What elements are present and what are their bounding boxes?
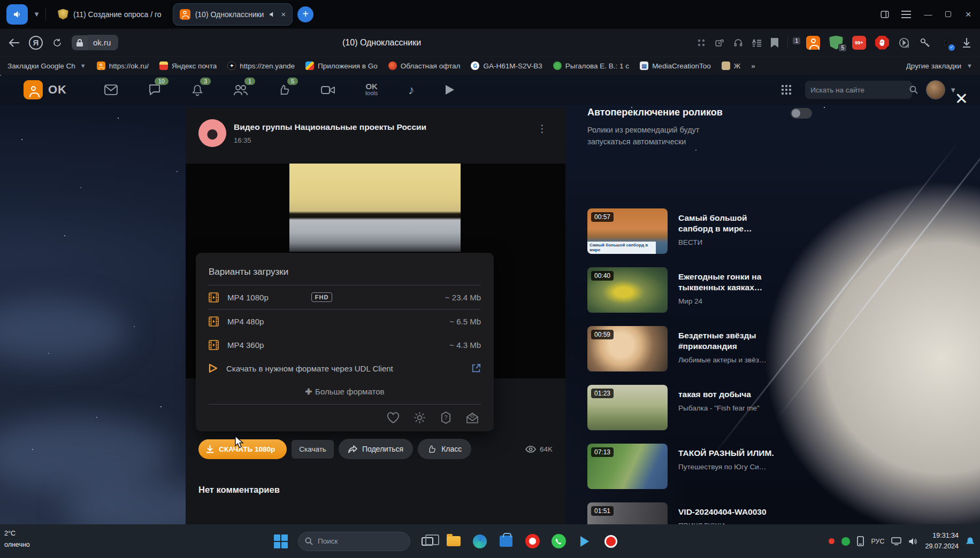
bookmark-icon[interactable] (771, 38, 778, 48)
taskbar-search-input[interactable] (318, 537, 412, 545)
minimize-button[interactable]: — (923, 10, 933, 19)
kebab-menu-icon[interactable]: ⋮ (532, 119, 553, 138)
download-row-360[interactable]: MP4 360p ~ 4.3 Mb (209, 333, 481, 356)
reader-mode-icon[interactable] (752, 38, 762, 47)
reload-icon[interactable] (52, 38, 62, 48)
download-button[interactable]: Скачать (292, 440, 334, 459)
video-title[interactable]: Самый большой сапборд в мире… (678, 213, 780, 234)
key-icon[interactable] (919, 37, 931, 48)
start-button[interactable] (272, 532, 290, 551)
lightbox-close-icon[interactable]: ✕ (955, 91, 968, 107)
video-title[interactable]: ТАКОЙ РАЗНЫЙ ИЛИМ. (678, 448, 774, 459)
external-link-icon[interactable] (471, 363, 481, 373)
extension-shield[interactable]: 5 (829, 36, 843, 50)
video-thumbnail[interactable]: 01:51 (587, 502, 668, 524)
video-thumbnail[interactable]: 07:13 (587, 444, 668, 489)
tab-odnoklassniki[interactable]: (10) Одноклассники × (173, 4, 293, 25)
video-title[interactable]: VID-20240404-WA0030 (678, 507, 767, 517)
music-nav[interactable]: ♪ (408, 83, 415, 97)
video-thumbnail[interactable]: 01:23 (587, 385, 668, 430)
recommended-video[interactable]: 00:59 Бездетные звёзды #приколандия Люби… (587, 326, 812, 371)
bookmark-item[interactable]: ✦ https://zen.yande (227, 61, 295, 70)
video-channel[interactable]: Мир 24 (678, 297, 780, 305)
bookmarks-overflow[interactable]: » (751, 62, 755, 70)
cast-icon[interactable] (891, 537, 901, 545)
edge-button[interactable] (471, 532, 489, 551)
autoplay-toggle[interactable] (791, 108, 812, 119)
taskbar-search[interactable] (298, 532, 410, 551)
play-stats-icon[interactable] (898, 37, 910, 49)
task-view-button[interactable] (418, 532, 437, 551)
volume-icon[interactable] (908, 537, 918, 546)
close-window-button[interactable]: × (963, 9, 974, 20)
media-player-button[interactable] (576, 532, 594, 551)
site-search-input[interactable] (810, 86, 905, 94)
apps-grid-icon[interactable] (782, 85, 791, 95)
whatsapp-button[interactable] (549, 532, 568, 551)
avatar[interactable] (926, 80, 945, 99)
messages-nav[interactable] (104, 84, 118, 95)
share-button[interactable]: Поделиться (339, 439, 413, 459)
oktools-logo[interactable]: OK tools (365, 83, 378, 96)
bookmark-item[interactable]: Областная офтал (388, 61, 461, 70)
notifications-bell-icon[interactable] (966, 537, 975, 546)
usb-device-icon[interactable] (857, 536, 864, 546)
video-thumbnail[interactable]: 00:40 (587, 267, 668, 313)
chevron-down-icon[interactable]: ▼ (33, 10, 40, 18)
discussions-nav[interactable]: 10 (148, 84, 161, 96)
side-panel-icon[interactable] (880, 10, 890, 19)
pinned-audio-tab[interactable] (6, 4, 28, 25)
tab-close-icon[interactable]: × (281, 10, 286, 19)
extension-mail[interactable]: 99+ (852, 36, 866, 50)
recommended-video[interactable]: 00:40 Ежегодные гонки на тыквенных каяка… (587, 267, 812, 313)
bookmark-item[interactable]: Ж (722, 61, 740, 70)
more-formats-button[interactable]: ✚Больше форматов (209, 380, 481, 404)
ok-logo[interactable]: OK (24, 80, 67, 99)
notifications-nav[interactable]: 3 (192, 84, 203, 96)
contact-mail-icon[interactable]: @ (466, 412, 479, 424)
extension-adblock[interactable] (875, 36, 889, 50)
recommended-video[interactable]: 01:51 VID-20240404-WA0030 ПРИКОЛЮХИ (587, 502, 812, 524)
new-tab-button[interactable]: + (297, 6, 313, 22)
back-icon[interactable] (9, 38, 19, 47)
yandex-browser-button[interactable] (523, 532, 541, 551)
video-thumbnail[interactable]: 00:57 Самый большой сапборд в мире (587, 208, 668, 254)
video-thumbnail[interactable]: 00:59 (587, 326, 668, 371)
video-channel[interactable]: Путешествуя по Югу Си… (678, 463, 774, 471)
bookmark-item[interactable]: https://ok.ru/ (97, 61, 149, 70)
likes-nav[interactable]: 5 (278, 84, 290, 96)
tab-survey[interactable]: (11) Создание опроса / го (51, 4, 168, 25)
friends-nav[interactable]: 1 (234, 84, 248, 96)
heart-icon[interactable] (387, 412, 400, 424)
menu-icon[interactable] (901, 11, 911, 18)
video-channel[interactable]: Любимые актеры и звёз… (678, 356, 780, 364)
extension-video-check[interactable]: ✓ (940, 36, 953, 49)
dots-grid-icon[interactable] (697, 38, 706, 47)
post-time[interactable]: 16:35 (234, 136, 524, 144)
video-nav[interactable] (445, 84, 455, 95)
help-icon[interactable]: ? (440, 412, 452, 424)
like-button[interactable]: Класс (418, 439, 471, 459)
downloads-icon[interactable] (962, 37, 971, 48)
headphones-icon[interactable] (733, 38, 743, 48)
bookmark-item[interactable]: Приложения в Go (305, 61, 378, 70)
video-channel[interactable]: ВЕСТИ (678, 238, 780, 246)
taskbar-clock[interactable]: 19:31:34 29.07.2024 (925, 531, 959, 552)
tray-browser-icon[interactable] (841, 537, 850, 546)
lock-icon[interactable] (72, 35, 88, 50)
maximize-button[interactable] (945, 11, 951, 17)
download-row-1080[interactable]: MP4 1080p FHD ~ 23.4 Mb (209, 285, 481, 309)
video-title[interactable]: Бездетные звёзды #приколандия (678, 330, 780, 352)
screen-recorder-button[interactable] (602, 532, 620, 551)
recommended-video[interactable]: 07:13 ТАКОЙ РАЗНЫЙ ИЛИМ. Путешествуя по … (587, 444, 812, 489)
site-search[interactable] (805, 81, 912, 99)
recommended-video[interactable]: 00:57 Самый большой сапборд в мире Самый… (587, 208, 812, 254)
file-explorer-button[interactable] (445, 532, 463, 551)
video-title[interactable]: Ежегодные гонки на тыквенных каяках… (678, 272, 780, 293)
recommended-video[interactable]: 01:23 такая вот добыча Рыбалка - "Fish f… (587, 385, 812, 430)
bookmark-folder[interactable]: Закладки Google Ch▼ (7, 62, 86, 70)
video-channel[interactable]: Рыбалка - "Fish fear me" (678, 404, 760, 412)
address-bar[interactable]: ok.ru (72, 35, 118, 50)
new-window-icon[interactable] (715, 38, 724, 48)
bookmark-item[interactable]: Рыгалова Е. В.: 1 с (553, 61, 629, 70)
